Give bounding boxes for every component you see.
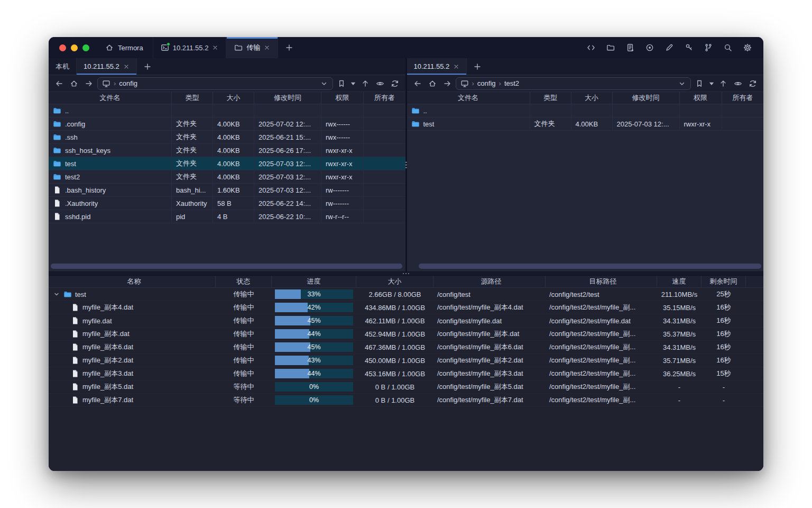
table-row[interactable]: .Xauthority Xauthority 58 B 2025-06-22 1… (49, 197, 405, 210)
show-hidden-eye-icon[interactable] (374, 77, 386, 90)
breadcrumb[interactable]: › config › test2 (456, 77, 691, 90)
transfer-row[interactable]: myfile_副本5.dat 等待中 0% 0 B / 1.00GB /conf… (49, 380, 763, 394)
close-icon[interactable] (264, 44, 270, 51)
settings-icon[interactable] (741, 41, 754, 54)
close-icon[interactable] (453, 64, 459, 70)
new-pane-tab-button[interactable] (467, 58, 488, 75)
transfer-row[interactable]: myfile_副本2.dat 传输中 43% 450.00MB / 1.00GB… (49, 354, 763, 367)
scrollbar-thumb[interactable] (419, 264, 762, 269)
show-hidden-eye-icon[interactable] (732, 77, 744, 90)
source-control-icon[interactable] (702, 41, 715, 54)
file-size: 4.00KB (213, 131, 254, 143)
minimize-window-button[interactable] (71, 44, 78, 51)
tab-remote-host[interactable]: 10.211.55.2 (77, 58, 137, 75)
logs-icon[interactable] (624, 41, 636, 54)
transfer-row[interactable]: test 传输中 33% 2.66GB / 8.00GB /config/tes… (49, 288, 763, 301)
forward-icon[interactable] (82, 77, 95, 90)
column-header[interactable]: 文件名 (49, 92, 172, 104)
bookmark-caret-icon[interactable] (708, 77, 715, 90)
file-name: test2 (65, 173, 80, 181)
column-header[interactable]: 所有者 (722, 92, 764, 104)
tab-remote-host[interactable]: 10.211.55.2 (407, 58, 467, 75)
breadcrumb-segment[interactable]: test2 (504, 79, 519, 87)
column-header[interactable]: 权限 (680, 92, 722, 104)
forward-icon[interactable] (441, 77, 454, 90)
parent-directory-icon[interactable] (717, 77, 730, 90)
tab-local[interactable]: 本机 (49, 58, 77, 75)
search-icon[interactable] (722, 41, 734, 54)
close-window-button[interactable] (59, 44, 66, 51)
home-icon[interactable] (68, 77, 80, 90)
tab-transfer[interactable]: 传输 (226, 37, 278, 58)
column-header[interactable]: 类型 (172, 92, 213, 104)
key-icon[interactable] (682, 41, 695, 54)
table-row[interactable]: .bash_history bash_hi... 1.60KB 2025-07-… (49, 184, 405, 197)
path-dropdown-icon[interactable] (320, 79, 328, 88)
new-pane-tab-button[interactable] (137, 58, 158, 75)
folder-icon (411, 106, 420, 115)
breadcrumb[interactable]: › config (97, 77, 333, 90)
app-home-tab[interactable]: Termora (98, 37, 153, 58)
transfer-row[interactable]: myfile_副本4.dat 传输中 42% 434.86MB / 1.00GB… (49, 301, 763, 314)
home-icon[interactable] (426, 77, 439, 90)
path-dropdown-icon[interactable] (678, 79, 686, 88)
table-row[interactable]: test 文件夹 4.00KB 2025-07-03 12:... rwxr-x… (49, 157, 405, 170)
table-row[interactable]: test 文件夹 4.00KB 2025-07-03 12:... rwxr-x… (407, 117, 764, 131)
transfer-row[interactable]: myfile_副本7.dat 等待中 0% 0 B / 1.00GB /conf… (49, 394, 763, 407)
maximize-window-button[interactable] (82, 44, 89, 51)
column-header[interactable]: 文件名 (407, 92, 530, 104)
refresh-icon[interactable] (389, 77, 401, 90)
breadcrumb-segment[interactable]: config (119, 79, 137, 87)
table-row[interactable]: .. (407, 104, 764, 117)
column-header[interactable]: 大小 (356, 276, 433, 287)
bookmark-icon[interactable] (335, 77, 348, 90)
file-name: .Xauthority (65, 199, 98, 207)
transfer-row[interactable]: myfile.dat 传输中 45% 462.11MB / 1.00GB /co… (49, 314, 763, 328)
plus-icon (285, 43, 293, 52)
scrollbar-thumb[interactable] (51, 264, 402, 269)
tab-ssh-session[interactable]: 10.211.55.2 (153, 37, 227, 58)
column-header[interactable]: 源路径 (433, 276, 546, 287)
column-header[interactable]: 所有者 (364, 92, 405, 104)
transfer-row[interactable]: myfile_副本6.dat 传输中 45% 467.36MB / 1.00GB… (49, 341, 763, 354)
file-owner (364, 104, 405, 117)
table-row[interactable]: ssh_host_keys 文件夹 4.00KB 2025-06-26 17:.… (49, 144, 405, 157)
table-row[interactable]: .config 文件夹 4.00KB 2025-07-02 12:... rwx… (49, 117, 405, 131)
column-header[interactable]: 权限 (321, 92, 364, 104)
expand-chevron-icon[interactable] (53, 291, 60, 297)
bookmark-icon[interactable] (693, 77, 706, 90)
transfer-row[interactable]: myfile_副本3.dat 传输中 44% 453.16MB / 1.00GB… (49, 367, 763, 380)
column-header[interactable]: 进度 (272, 276, 356, 287)
edit-icon[interactable] (663, 41, 676, 54)
close-icon[interactable] (212, 44, 218, 51)
target-path: /config/test2/test/myfile_副... (546, 301, 657, 314)
column-header[interactable]: 类型 (530, 92, 571, 104)
folder-icon[interactable] (604, 41, 617, 54)
refresh-icon[interactable] (746, 77, 759, 90)
target-path: /config/test2/test/myfile_副... (546, 394, 657, 406)
close-icon[interactable] (123, 64, 130, 70)
back-icon[interactable] (53, 77, 66, 90)
table-row[interactable]: .ssh 文件夹 4.00KB 2025-06-21 15:... rwx---… (49, 131, 405, 144)
column-header[interactable]: 大小 (571, 92, 613, 104)
record-icon[interactable] (643, 41, 656, 54)
new-tab-button[interactable] (278, 37, 300, 58)
back-icon[interactable] (411, 77, 424, 90)
column-header[interactable]: 修改时间 (254, 92, 321, 104)
column-header[interactable]: 大小 (213, 92, 254, 104)
breadcrumb-segment[interactable]: config (477, 79, 496, 87)
bookmark-caret-icon[interactable] (350, 77, 357, 90)
column-header[interactable]: 状态 (216, 276, 272, 287)
column-header[interactable]: 修改时间 (613, 92, 680, 104)
parent-directory-icon[interactable] (359, 77, 372, 90)
table-row[interactable]: test2 文件夹 4.00KB 2025-07-03 12:... rwxr-… (49, 170, 405, 184)
column-header[interactable]: 目标路径 (546, 276, 657, 287)
code-icon[interactable] (585, 41, 597, 54)
column-header[interactable]: 名称 (49, 276, 216, 287)
column-header[interactable]: 速度 (657, 276, 702, 287)
table-row[interactable]: sshd.pid pid 4 B 2025-06-22 10:... rw-r-… (49, 210, 405, 223)
column-header[interactable]: 剩余时间 (702, 276, 746, 287)
transfer-row[interactable]: myfile_副本.dat 传输中 44% 452.94MB / 1.00GB … (49, 328, 763, 341)
horizontal-splitter[interactable] (49, 271, 763, 276)
table-row[interactable]: .. (49, 104, 405, 117)
